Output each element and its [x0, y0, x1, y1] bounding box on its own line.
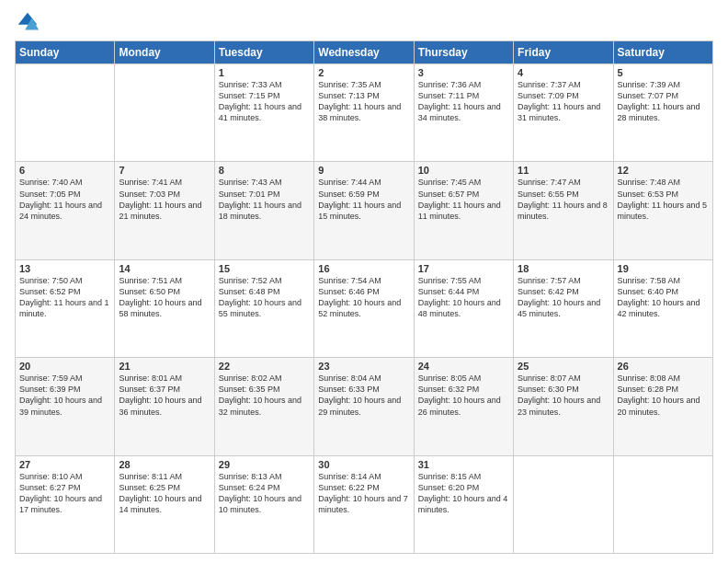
- day-number: 28: [119, 459, 210, 470]
- day-info: Sunrise: 8:01 AM Sunset: 6:37 PM Dayligh…: [119, 373, 210, 418]
- calendar-day-cell: 27Sunrise: 8:10 AM Sunset: 6:27 PM Dayli…: [16, 455, 115, 553]
- calendar-day-cell: 24Sunrise: 8:05 AM Sunset: 6:32 PM Dayli…: [414, 358, 513, 455]
- day-number: 25: [518, 361, 609, 372]
- day-number: 21: [119, 361, 210, 372]
- logo: [15, 9, 44, 35]
- calendar-day-cell: 20Sunrise: 7:59 AM Sunset: 6:39 PM Dayli…: [16, 358, 115, 455]
- calendar-table: SundayMondayTuesdayWednesdayThursdayFrid…: [15, 40, 713, 554]
- day-info: Sunrise: 7:35 AM Sunset: 7:13 PM Dayligh…: [318, 79, 409, 124]
- day-info: Sunrise: 7:59 AM Sunset: 6:39 PM Dayligh…: [19, 373, 110, 418]
- calendar-day-cell: [613, 455, 712, 553]
- calendar-day-cell: 30Sunrise: 8:14 AM Sunset: 6:22 PM Dayli…: [314, 455, 414, 553]
- day-info: Sunrise: 8:04 AM Sunset: 6:33 PM Dayligh…: [318, 373, 409, 418]
- day-info: Sunrise: 8:08 AM Sunset: 6:28 PM Dayligh…: [618, 373, 709, 418]
- calendar-day-cell: 26Sunrise: 8:08 AM Sunset: 6:28 PM Dayli…: [613, 358, 712, 455]
- calendar-day-cell: 3Sunrise: 7:36 AM Sunset: 7:11 PM Daylig…: [414, 64, 513, 162]
- day-number: 30: [318, 459, 409, 470]
- day-info: Sunrise: 7:41 AM Sunset: 7:03 PM Dayligh…: [119, 177, 210, 222]
- day-number: 16: [318, 263, 409, 274]
- calendar-day-cell: [115, 64, 214, 162]
- day-info: Sunrise: 7:44 AM Sunset: 6:59 PM Dayligh…: [318, 177, 409, 222]
- calendar-day-cell: [514, 455, 613, 553]
- day-info: Sunrise: 7:43 AM Sunset: 7:01 PM Dayligh…: [219, 177, 310, 222]
- calendar-day-cell: 11Sunrise: 7:47 AM Sunset: 6:55 PM Dayli…: [514, 162, 613, 259]
- day-info: Sunrise: 7:39 AM Sunset: 7:07 PM Dayligh…: [618, 79, 709, 124]
- day-number: 5: [618, 67, 709, 78]
- day-number: 12: [618, 165, 709, 176]
- day-info: Sunrise: 7:45 AM Sunset: 6:57 PM Dayligh…: [418, 177, 509, 222]
- day-number: 6: [19, 165, 110, 176]
- calendar-day-cell: 17Sunrise: 7:55 AM Sunset: 6:44 PM Dayli…: [414, 259, 513, 357]
- day-info: Sunrise: 8:13 AM Sunset: 6:24 PM Dayligh…: [219, 471, 310, 516]
- day-number: 26: [618, 361, 709, 372]
- day-number: 4: [518, 67, 609, 78]
- calendar-day-cell: 4Sunrise: 7:37 AM Sunset: 7:09 PM Daylig…: [514, 64, 613, 162]
- day-number: 20: [19, 361, 110, 372]
- day-number: 31: [418, 459, 509, 470]
- day-number: 27: [19, 459, 110, 470]
- calendar-day-header: Sunday: [16, 41, 115, 64]
- day-number: 11: [518, 165, 609, 176]
- day-number: 22: [219, 361, 310, 372]
- day-info: Sunrise: 8:07 AM Sunset: 6:30 PM Dayligh…: [518, 373, 609, 418]
- calendar-day-cell: 22Sunrise: 8:02 AM Sunset: 6:35 PM Dayli…: [214, 358, 313, 455]
- calendar-day-cell: 29Sunrise: 8:13 AM Sunset: 6:24 PM Dayli…: [214, 455, 313, 553]
- calendar-week-row: 20Sunrise: 7:59 AM Sunset: 6:39 PM Dayli…: [16, 358, 713, 455]
- calendar-week-row: 6Sunrise: 7:40 AM Sunset: 7:05 PM Daylig…: [16, 162, 713, 259]
- day-info: Sunrise: 8:11 AM Sunset: 6:25 PM Dayligh…: [119, 471, 210, 516]
- calendar-day-cell: 25Sunrise: 8:07 AM Sunset: 6:30 PM Dayli…: [514, 358, 613, 455]
- day-number: 13: [19, 263, 110, 274]
- calendar-day-cell: 13Sunrise: 7:50 AM Sunset: 6:52 PM Dayli…: [16, 259, 115, 357]
- day-info: Sunrise: 7:58 AM Sunset: 6:40 PM Dayligh…: [618, 275, 709, 320]
- day-number: 1: [219, 67, 310, 78]
- calendar-day-cell: 9Sunrise: 7:44 AM Sunset: 6:59 PM Daylig…: [314, 162, 414, 259]
- calendar-day-cell: 18Sunrise: 7:57 AM Sunset: 6:42 PM Dayli…: [514, 259, 613, 357]
- day-info: Sunrise: 7:54 AM Sunset: 6:46 PM Dayligh…: [318, 275, 409, 320]
- calendar-day-header: Saturday: [613, 41, 712, 64]
- day-info: Sunrise: 7:47 AM Sunset: 6:55 PM Dayligh…: [518, 177, 609, 222]
- calendar-day-cell: 15Sunrise: 7:52 AM Sunset: 6:48 PM Dayli…: [214, 259, 313, 357]
- calendar-day-cell: 31Sunrise: 8:15 AM Sunset: 6:20 PM Dayli…: [414, 455, 513, 553]
- day-info: Sunrise: 7:50 AM Sunset: 6:52 PM Dayligh…: [19, 275, 110, 320]
- page: SundayMondayTuesdayWednesdayThursdayFrid…: [0, 0, 728, 563]
- day-number: 24: [418, 361, 509, 372]
- day-info: Sunrise: 7:52 AM Sunset: 6:48 PM Dayligh…: [219, 275, 310, 320]
- day-number: 8: [219, 165, 310, 176]
- day-info: Sunrise: 7:33 AM Sunset: 7:15 PM Dayligh…: [219, 79, 310, 124]
- day-number: 3: [418, 67, 509, 78]
- calendar-day-cell: 10Sunrise: 7:45 AM Sunset: 6:57 PM Dayli…: [414, 162, 513, 259]
- day-number: 15: [219, 263, 310, 274]
- calendar-day-cell: 23Sunrise: 8:04 AM Sunset: 6:33 PM Dayli…: [314, 358, 414, 455]
- calendar-day-header: Monday: [115, 41, 214, 64]
- calendar-day-header: Tuesday: [214, 41, 313, 64]
- day-info: Sunrise: 7:51 AM Sunset: 6:50 PM Dayligh…: [119, 275, 210, 320]
- calendar-header-row: SundayMondayTuesdayWednesdayThursdayFrid…: [16, 41, 713, 64]
- calendar-day-header: Friday: [514, 41, 613, 64]
- day-info: Sunrise: 8:05 AM Sunset: 6:32 PM Dayligh…: [418, 373, 509, 418]
- day-info: Sunrise: 7:37 AM Sunset: 7:09 PM Dayligh…: [518, 79, 609, 124]
- day-info: Sunrise: 8:15 AM Sunset: 6:20 PM Dayligh…: [418, 471, 509, 516]
- calendar-day-cell: 16Sunrise: 7:54 AM Sunset: 6:46 PM Dayli…: [314, 259, 414, 357]
- calendar-week-row: 27Sunrise: 8:10 AM Sunset: 6:27 PM Dayli…: [16, 455, 713, 553]
- day-number: 17: [418, 263, 509, 274]
- day-number: 29: [219, 459, 310, 470]
- calendar-day-cell: 7Sunrise: 7:41 AM Sunset: 7:03 PM Daylig…: [115, 162, 214, 259]
- day-number: 19: [618, 263, 709, 274]
- day-number: 23: [318, 361, 409, 372]
- day-info: Sunrise: 8:10 AM Sunset: 6:27 PM Dayligh…: [19, 471, 110, 516]
- header: [15, 9, 713, 35]
- day-info: Sunrise: 7:40 AM Sunset: 7:05 PM Dayligh…: [19, 177, 110, 222]
- day-number: 2: [318, 67, 409, 78]
- calendar-day-cell: 2Sunrise: 7:35 AM Sunset: 7:13 PM Daylig…: [314, 64, 414, 162]
- calendar-day-cell: 1Sunrise: 7:33 AM Sunset: 7:15 PM Daylig…: [214, 64, 313, 162]
- day-info: Sunrise: 7:48 AM Sunset: 6:53 PM Dayligh…: [618, 177, 709, 222]
- calendar-day-cell: 28Sunrise: 8:11 AM Sunset: 6:25 PM Dayli…: [115, 455, 214, 553]
- calendar-day-cell: 6Sunrise: 7:40 AM Sunset: 7:05 PM Daylig…: [16, 162, 115, 259]
- day-info: Sunrise: 8:14 AM Sunset: 6:22 PM Dayligh…: [318, 471, 409, 516]
- calendar-day-header: Thursday: [414, 41, 513, 64]
- logo-icon: [15, 9, 40, 35]
- day-info: Sunrise: 7:55 AM Sunset: 6:44 PM Dayligh…: [418, 275, 509, 320]
- calendar-week-row: 13Sunrise: 7:50 AM Sunset: 6:52 PM Dayli…: [16, 259, 713, 357]
- calendar-week-row: 1Sunrise: 7:33 AM Sunset: 7:15 PM Daylig…: [16, 64, 713, 162]
- calendar-day-cell: 14Sunrise: 7:51 AM Sunset: 6:50 PM Dayli…: [115, 259, 214, 357]
